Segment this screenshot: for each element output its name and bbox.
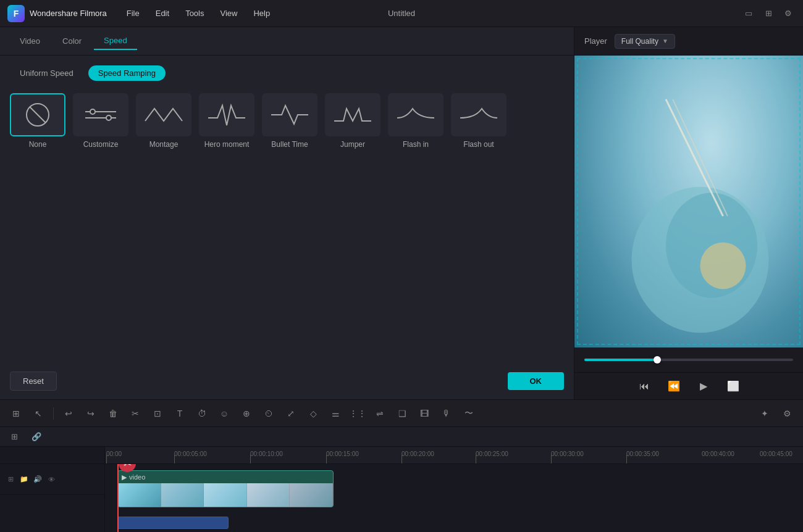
- preset-flash-in[interactable]: Flash in: [388, 93, 444, 149]
- toolbar-film-button[interactable]: 🎞: [414, 404, 434, 423]
- window-title: Untitled: [388, 9, 415, 18]
- progress-fill: [584, 359, 657, 361]
- timeline-ruler: 00:00 00:00:05:00 00:00:10:00 00:00:15:0…: [105, 447, 803, 464]
- preset-flash-out-label: Flash out: [463, 140, 494, 149]
- tab-color[interactable]: Color: [53, 33, 91, 49]
- toolbar-embed-button[interactable]: ⊕: [237, 404, 256, 423]
- quality-dropdown-arrow: ▼: [662, 38, 668, 44]
- menu-edit[interactable]: Edit: [148, 6, 177, 20]
- preset-flash-out-thumb: [451, 93, 507, 136]
- flash-in-icon: [394, 99, 437, 130]
- preset-flash-out[interactable]: Flash out: [451, 93, 507, 149]
- left-panel: Video Color Speed Uniform Speed Speed Ra…: [0, 27, 574, 399]
- track-label-icons: ⊞ 📁 🔊 👁: [5, 474, 57, 485]
- preset-montage[interactable]: Montage: [136, 93, 191, 149]
- toolbar-crop-button[interactable]: ⊡: [148, 404, 167, 423]
- window-settings-icon[interactable]: ⚙: [781, 6, 796, 21]
- toolbar-grid-icon[interactable]: ⊞: [6, 404, 26, 423]
- preset-hero-moment-label: Hero moment: [204, 140, 250, 149]
- video-track-header: ▶ video: [118, 471, 333, 483]
- toolbar-audio-button[interactable]: ⚌: [326, 404, 345, 423]
- tab-speed-ramping[interactable]: Speed Ramping: [88, 65, 166, 81]
- toolbar-keyframe-button[interactable]: ⋮⋮: [348, 404, 368, 423]
- toolbar-stamp-button[interactable]: ❑: [392, 404, 412, 423]
- tab-speed[interactable]: Speed: [94, 32, 137, 50]
- toolbar-clock-button[interactable]: ⏱: [192, 404, 212, 423]
- menu-help[interactable]: Help: [246, 6, 277, 20]
- speed-mode-tabs: Uniform Speed Speed Ramping: [10, 65, 564, 81]
- menu-bar: F Wondershare Filmora File Edit Tools Vi…: [0, 0, 803, 27]
- ruler-tick-30: [551, 455, 552, 463]
- ruler-tick-35: [626, 455, 627, 463]
- toolbar-redo-button[interactable]: ↪: [81, 404, 101, 423]
- ruler-label-5: 00:00:05:00: [174, 451, 207, 457]
- player-rewind-button[interactable]: ⏮: [634, 376, 654, 396]
- menu-view[interactable]: View: [212, 6, 245, 20]
- toolbar-emoji-button[interactable]: ☺: [214, 404, 234, 423]
- toolbar-split-button[interactable]: ⇌: [370, 404, 390, 423]
- ok-button[interactable]: OK: [508, 372, 565, 390]
- window-controls: ▭ ⊞ ⚙: [741, 6, 796, 21]
- player-step-back-button[interactable]: ⏪: [664, 376, 684, 396]
- toolbar-timer-button[interactable]: ⏲: [259, 404, 279, 423]
- app-logo-icon: F: [7, 5, 25, 22]
- ruler-label-45: 00:00:45:00: [760, 451, 792, 457]
- preset-bullet-time[interactable]: Bullet Time: [262, 93, 317, 149]
- main-layout: Video Color Speed Uniform Speed Speed Ra…: [0, 27, 803, 399]
- presets-grid: None Customize: [10, 93, 564, 149]
- toolbar-text-button[interactable]: T: [170, 404, 190, 423]
- toolbar-particles-button[interactable]: ✦: [755, 404, 775, 423]
- progress-bar[interactable]: [584, 359, 793, 361]
- preset-none-label: None: [29, 140, 47, 149]
- quality-select[interactable]: Full Quality ▼: [615, 34, 675, 49]
- video-track-frames: [118, 483, 333, 507]
- preset-hero-moment[interactable]: Hero moment: [199, 93, 254, 149]
- play-icon: ▶: [122, 473, 127, 481]
- video-track-label: video: [129, 473, 145, 481]
- toolbar-select-icon[interactable]: ↖: [28, 404, 48, 423]
- bottom-toolbar: ⊞ ↖ ↩ ↪ 🗑 ✂ ⊡ T ⏱ ☺ ⊕ ⏲ ⤢ ◇ ⚌ ⋮⋮ ⇌ ❑ 🎞 🎙…: [0, 399, 803, 426]
- preset-montage-thumb: [136, 93, 191, 136]
- track-icon-layers[interactable]: ⊞: [5, 474, 16, 485]
- track-icon-eye[interactable]: 👁: [46, 474, 57, 485]
- preset-none-thumb: [10, 93, 65, 136]
- reset-button[interactable]: Reset: [10, 372, 57, 391]
- menu-file[interactable]: File: [119, 6, 147, 20]
- track-icon-audio[interactable]: 🔊: [32, 474, 43, 485]
- player-stop-button[interactable]: ⬜: [723, 376, 743, 396]
- svg-point-5: [106, 115, 111, 120]
- svg-line-1: [30, 107, 46, 123]
- preset-jumper[interactable]: Jumper: [325, 93, 380, 149]
- ruler-label-0: 00:00: [106, 451, 122, 457]
- ruler-label-10: 00:00:10:00: [250, 451, 283, 457]
- toolbar-cut-button[interactable]: ✂: [125, 404, 145, 423]
- ruler-label-40: 00:00:40:00: [702, 451, 734, 457]
- window-maximize-button[interactable]: ⊞: [761, 6, 776, 21]
- toolbar-mask-button[interactable]: ◇: [303, 404, 323, 423]
- ruler-tick-0: [106, 455, 107, 463]
- track-icon-folder[interactable]: 📁: [19, 474, 30, 485]
- tab-video[interactable]: Video: [10, 33, 50, 49]
- menu-items: File Edit Tools View Help: [119, 6, 741, 20]
- app-name: Wondershare Filmora: [30, 9, 107, 18]
- tab-uniform-speed[interactable]: Uniform Speed: [10, 65, 83, 81]
- toolbar-settings-button[interactable]: ⚙: [777, 404, 797, 423]
- montage-icon: [142, 99, 185, 130]
- player-play-button[interactable]: ▶: [694, 376, 713, 396]
- timeline: ⊞ 🔗 ⊞ 📁 🔊 👁: [0, 426, 803, 532]
- timeline-add-button[interactable]: ⊞: [6, 429, 22, 445]
- video-track[interactable]: ▶ video: [117, 470, 334, 507]
- preset-customize[interactable]: Customize: [73, 93, 128, 149]
- preset-none[interactable]: None: [10, 93, 65, 149]
- toolbar-undo-button[interactable]: ↩: [59, 404, 78, 423]
- toolbar-mic-button[interactable]: 🎙: [437, 404, 456, 423]
- preset-customize-thumb: [73, 93, 128, 136]
- hero-moment-icon: [205, 99, 248, 130]
- window-minimize-button[interactable]: ▭: [741, 6, 756, 21]
- toolbar-fullscreen-button[interactable]: ⤢: [281, 404, 301, 423]
- timeline-link-button[interactable]: 🔗: [28, 429, 44, 445]
- menu-tools[interactable]: Tools: [178, 6, 211, 20]
- toolbar-wave-button[interactable]: 〜: [459, 404, 479, 423]
- toolbar-delete-button[interactable]: 🗑: [103, 404, 123, 423]
- blue-track[interactable]: [117, 517, 229, 529]
